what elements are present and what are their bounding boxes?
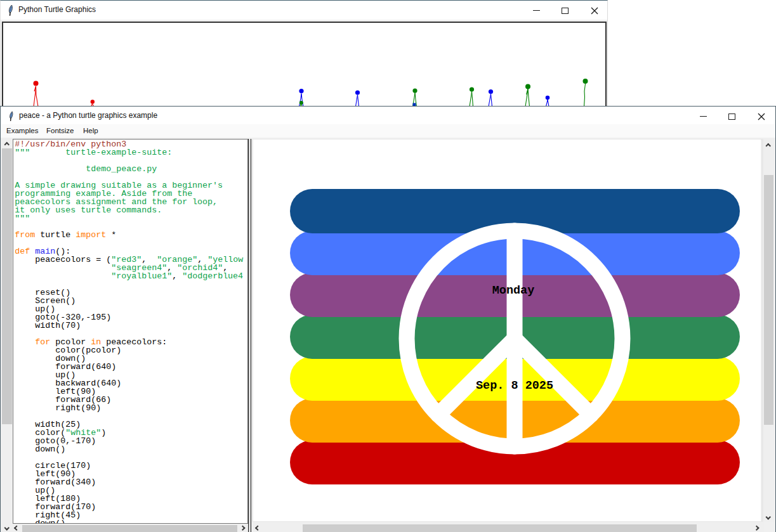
svg-text:Sep. 8 2025: Sep. 8 2025 (476, 379, 553, 393)
svg-text:Monday: Monday (492, 284, 535, 297)
